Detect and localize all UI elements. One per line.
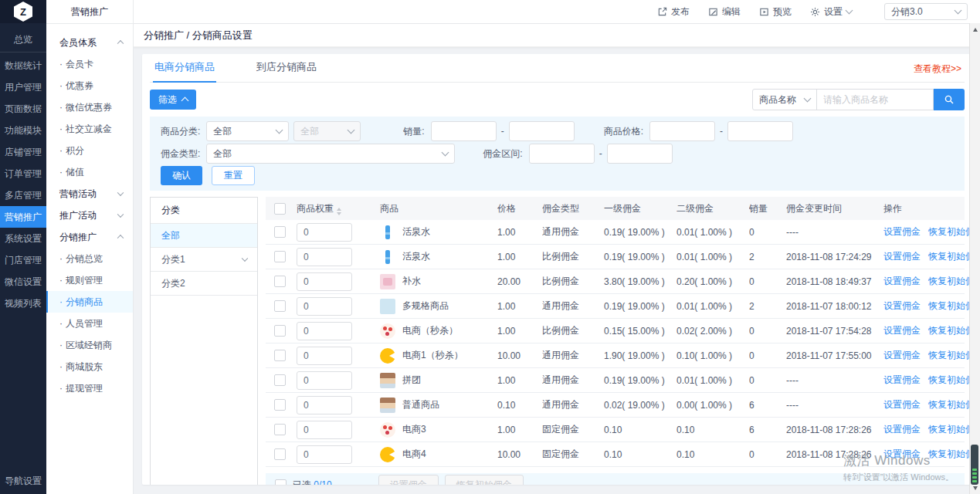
sidebar-item[interactable]: 数据统计 — [0, 55, 46, 76]
restore-commission-link[interactable]: 恢复初始佣金 — [928, 275, 972, 288]
sidebar-item[interactable]: 总览 — [0, 28, 46, 52]
reset-button[interactable]: 重置 — [212, 166, 255, 185]
row-checkbox[interactable] — [274, 374, 286, 386]
submenu-item[interactable]: 营销活动 — [46, 183, 133, 205]
weight-input[interactable] — [297, 272, 352, 291]
set-commission-link[interactable]: 设置佣金 — [883, 225, 921, 239]
weight-input[interactable] — [297, 347, 352, 365]
row-checkbox[interactable] — [274, 251, 286, 262]
weight-input[interactable] — [297, 322, 352, 340]
sidebar-item[interactable]: 营销推广 — [0, 206, 46, 228]
view-tutorial-link[interactable]: 查看教程>> — [914, 63, 961, 76]
price-min-input[interactable] — [649, 121, 715, 141]
sidebar-item[interactable]: 门店管理 — [0, 249, 46, 271]
weight-input[interactable] — [297, 445, 352, 464]
restore-commission-link[interactable]: 恢复初始佣金 — [928, 423, 972, 436]
commission-type-select[interactable]: 全部 — [206, 144, 455, 164]
row-checkbox[interactable] — [274, 226, 286, 238]
submenu-item[interactable]: 储值 — [46, 161, 133, 183]
search-field-select[interactable]: 商品名称 — [752, 89, 817, 110]
publish-button[interactable]: 发布 — [657, 5, 690, 19]
weight-input[interactable] — [297, 421, 352, 439]
category-item[interactable]: 全部 — [151, 224, 257, 248]
submenu-item[interactable]: 会员体系 — [46, 32, 133, 53]
restore-commission-link[interactable]: 恢复初始佣金 — [928, 225, 972, 239]
select-all-checkbox[interactable] — [274, 203, 286, 215]
scroll-down-arrow[interactable] — [970, 483, 980, 492]
submenu-item[interactable]: 区域经销商 — [46, 334, 133, 356]
set-commission-link[interactable]: 设置佣金 — [883, 299, 921, 313]
submenu-item[interactable]: 分销推广 — [46, 226, 133, 248]
row-checkbox[interactable] — [274, 424, 286, 435]
row-checkbox[interactable] — [274, 276, 286, 287]
settings-menu-button[interactable]: 设置 — [810, 5, 852, 19]
scroll-up-arrow[interactable] — [970, 25, 980, 34]
submenu-item[interactable]: 提现管理 — [46, 377, 133, 399]
submenu-item[interactable]: 积分 — [46, 140, 133, 161]
submenu-item[interactable]: 分销商品 — [46, 291, 133, 313]
weight-input[interactable] — [297, 223, 352, 242]
search-input[interactable] — [816, 89, 934, 110]
sales-max-input[interactable] — [509, 121, 575, 141]
category-item[interactable]: 分类1 — [151, 248, 257, 272]
restore-commission-link[interactable]: 恢复初始佣金 — [928, 250, 972, 263]
submenu-item[interactable]: 商城股东 — [46, 356, 133, 377]
row-checkbox[interactable] — [274, 325, 286, 337]
restore-commission-link[interactable]: 恢复初始佣金 — [928, 398, 972, 411]
set-commission-link[interactable]: 设置佣金 — [883, 250, 921, 263]
sidebar-item-nav-settings[interactable]: 导航设置 — [0, 475, 46, 488]
bulk-restore-commission-button[interactable]: 恢复初始佣金 — [445, 475, 524, 485]
vertical-scrollbar[interactable] — [969, 23, 980, 494]
row-checkbox[interactable] — [274, 300, 286, 312]
confirm-button[interactable]: 确认 — [161, 166, 202, 185]
commission-max-input[interactable] — [607, 144, 673, 164]
set-commission-link[interactable]: 设置佣金 — [883, 275, 921, 288]
footer-select-all-checkbox[interactable] — [275, 479, 287, 486]
price-max-input[interactable] — [727, 121, 793, 141]
restore-commission-link[interactable]: 恢复初始佣金 — [928, 299, 972, 313]
row-checkbox[interactable] — [274, 350, 286, 361]
submenu-item[interactable]: 推广活动 — [46, 205, 133, 226]
restore-commission-link[interactable]: 恢复初始佣金 — [928, 374, 972, 387]
restore-commission-link[interactable]: 恢复初始佣金 — [928, 349, 972, 362]
preview-button[interactable]: 预览 — [759, 5, 792, 19]
set-commission-link[interactable]: 设置佣金 — [883, 349, 921, 362]
restore-commission-link[interactable]: 恢复初始佣金 — [928, 448, 972, 461]
submenu-item[interactable]: 社交立减金 — [46, 118, 133, 140]
commission-min-input[interactable] — [529, 144, 595, 164]
set-commission-link[interactable]: 设置佣金 — [883, 398, 921, 411]
tab-ecommerce-products[interactable]: 电商分销商品 — [153, 60, 216, 83]
category-select-1[interactable]: 全部 — [206, 121, 289, 141]
sidebar-item[interactable]: 微信设置 — [0, 271, 46, 293]
sidebar-item[interactable]: 用户管理 — [0, 76, 46, 98]
sales-min-input[interactable] — [431, 121, 497, 141]
sidebar-item[interactable]: 店铺管理 — [0, 141, 46, 163]
set-commission-link[interactable]: 设置佣金 — [883, 324, 921, 337]
row-checkbox[interactable] — [274, 448, 286, 460]
set-commission-link[interactable]: 设置佣金 — [883, 374, 921, 387]
sidebar-item[interactable]: 功能模块 — [0, 120, 46, 141]
category-item[interactable]: 分类2 — [151, 272, 257, 296]
sidebar-item[interactable]: 视频列表 — [0, 293, 46, 314]
category-select-2[interactable]: 全部 — [293, 121, 361, 141]
tab-instore-products[interactable]: 到店分销商品 — [255, 60, 318, 82]
weight-input[interactable] — [297, 396, 352, 414]
submenu-item[interactable]: 规则管理 — [46, 269, 133, 291]
edit-button[interactable]: 编辑 — [708, 5, 741, 19]
submenu-item[interactable]: 人员管理 — [46, 313, 133, 334]
set-commission-link[interactable]: 设置佣金 — [883, 448, 921, 461]
weight-input[interactable] — [297, 248, 352, 266]
sidebar-item[interactable]: 多店管理 — [0, 184, 46, 206]
weight-input[interactable] — [297, 371, 352, 390]
sidebar-item[interactable]: 订单管理 — [0, 163, 46, 184]
weight-input[interactable] — [297, 297, 352, 316]
set-commission-link[interactable]: 设置佣金 — [883, 423, 921, 436]
submenu-item[interactable]: 微信优惠券 — [46, 96, 133, 118]
restore-commission-link[interactable]: 恢复初始佣金 — [928, 324, 972, 337]
submenu-item[interactable]: 优惠券 — [46, 75, 133, 96]
bulk-set-commission-button[interactable]: 设置佣金 — [378, 475, 439, 485]
version-select[interactable]: 分销3.0 — [884, 3, 968, 20]
submenu-item[interactable]: 会员卡 — [46, 53, 133, 75]
search-button[interactable] — [934, 89, 965, 110]
filter-toggle-button[interactable]: 筛选 — [150, 90, 196, 110]
